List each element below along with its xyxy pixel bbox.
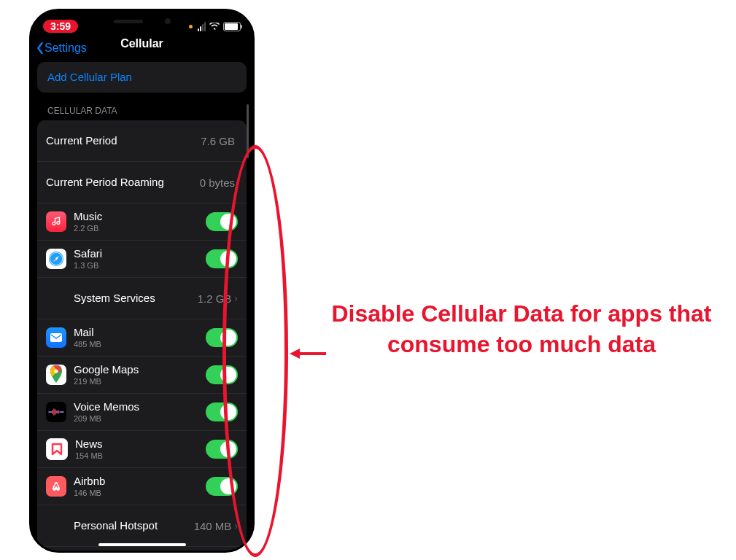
annotation-arrow-icon <box>288 346 328 361</box>
back-label: Settings <box>44 42 87 55</box>
app-row-google-maps: Google Maps 219 MB <box>37 356 247 393</box>
app-name: News <box>75 438 103 451</box>
cellular-toggle-mail[interactable] <box>206 328 238 347</box>
app-row-airbnb: Airbnb 146 MB <box>37 467 247 505</box>
cellular-signal-icon <box>198 22 206 31</box>
news-app-icon <box>46 438 68 460</box>
roaming-label: Current Period Roaming <box>46 176 164 189</box>
status-time: 3:59 <box>43 20 78 33</box>
scroll-indicator[interactable] <box>247 104 249 158</box>
personal-hotspot-label: Personal Hotspot <box>74 520 158 532</box>
app-name: Music <box>74 211 102 223</box>
current-period-roaming-row: Current Period Roaming 0 bytes <box>37 161 247 203</box>
app-row-youtube: YouTube 140 MB <box>37 546 247 553</box>
svg-rect-3 <box>50 333 62 342</box>
cellular-toggle-music[interactable] <box>206 212 238 231</box>
roaming-value: 0 bytes <box>200 176 235 189</box>
home-indicator[interactable] <box>98 543 186 546</box>
app-usage: 485 MB <box>74 340 101 349</box>
music-app-icon <box>46 211 66 232</box>
chevron-right-icon: › <box>234 520 238 532</box>
notch <box>95 11 190 31</box>
back-button[interactable]: Settings <box>36 42 87 55</box>
app-name: Mail <box>74 327 101 339</box>
current-period-label: Current Period <box>46 135 117 147</box>
google-maps-app-icon <box>46 365 66 385</box>
app-usage: 146 MB <box>74 489 105 497</box>
chevron-right-icon: › <box>234 292 238 304</box>
svg-point-4 <box>54 369 58 373</box>
add-cellular-plan-label: Add Cellular Plan <box>47 71 132 83</box>
personal-hotspot-row[interactable]: Personal Hotspot 140 MB › <box>37 505 247 546</box>
app-usage: 154 MB <box>75 451 103 460</box>
app-row-music: Music 2.2 GB <box>37 203 247 240</box>
recording-indicator-icon <box>189 25 193 28</box>
app-row-news: News 154 MB <box>37 430 247 467</box>
personal-hotspot-value: 140 MB <box>194 520 232 532</box>
system-services-label: System Services <box>74 292 155 305</box>
app-usage: 209 MB <box>74 414 139 423</box>
voice-memos-app-icon <box>46 402 66 422</box>
wifi-icon <box>209 23 220 30</box>
app-row-mail: Mail 485 MB <box>37 319 247 356</box>
chevron-left-icon <box>36 42 44 55</box>
airbnb-app-icon <box>46 476 66 497</box>
app-row-safari: Safari 1.3 GB <box>37 240 247 277</box>
app-usage: 2.2 GB <box>74 224 102 233</box>
cellular-toggle-safari[interactable] <box>206 249 238 268</box>
current-period-value: 7.6 GB <box>201 135 235 147</box>
phone-frame: 3:59 Cellular Settings Add Cellular Plan… <box>29 9 255 553</box>
cellular-data-header: CELLULAR DATA <box>37 106 247 120</box>
system-services-value: 1.2 GB <box>198 292 232 305</box>
safari-app-icon <box>46 249 66 269</box>
app-name: Voice Memos <box>74 401 139 413</box>
cellular-toggle-voice-memos[interactable] <box>206 402 238 421</box>
app-name: Airbnb <box>74 475 105 488</box>
app-row-voice-memos: Voice Memos 209 MB <box>37 393 247 430</box>
add-cellular-plan-button[interactable]: Add Cellular Plan <box>37 62 247 93</box>
cellular-toggle-airbnb[interactable] <box>206 477 238 496</box>
cellular-toggle-google-maps[interactable] <box>206 365 238 384</box>
annotation-text: Disable Cellular Data for apps that cons… <box>328 299 715 359</box>
app-name: Safari <box>74 248 102 260</box>
mail-app-icon <box>46 327 66 348</box>
system-services-row[interactable]: System Services 1.2 GB › <box>37 277 247 319</box>
app-usage: 1.3 GB <box>74 261 102 270</box>
current-period-row: Current Period 7.6 GB <box>37 120 247 161</box>
battery-icon <box>223 22 241 31</box>
app-name: Google Maps <box>74 364 139 376</box>
app-usage: 219 MB <box>74 377 139 386</box>
cellular-toggle-news[interactable] <box>206 440 238 459</box>
